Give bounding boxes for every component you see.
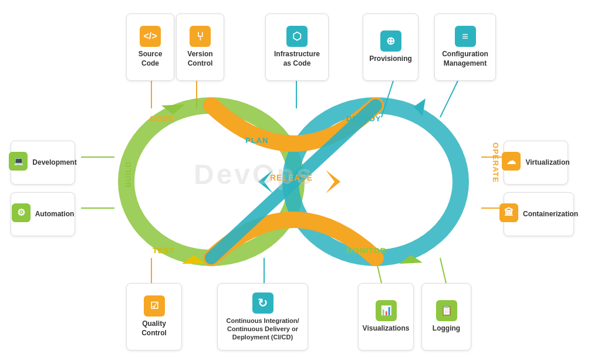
cicd-card: ↻ Continuous Integration/Continuous Deli…	[217, 283, 308, 351]
diagram-container: CODE BUILD TEST PLAN RELEASE DEPLOY OPER…	[0, 0, 601, 364]
automation-label: Automation	[35, 210, 75, 219]
watermark: DevOps	[194, 158, 314, 190]
quality-control-label: QualityControl	[141, 319, 167, 338]
logging-icon: 📋	[436, 300, 457, 321]
svg-marker-19	[326, 170, 340, 193]
config-mgmt-label: ConfigurationManagement	[442, 50, 488, 68]
virtualization-card: ☁ Virtualization	[504, 141, 568, 185]
cicd-label: Continuous Integration/Continuous Delive…	[226, 317, 299, 342]
phase-build-label: BUILD	[124, 161, 133, 188]
containerization-icon: 🏛	[499, 203, 518, 222]
phase-code-label: CODE	[150, 114, 174, 123]
phase-test-label: TEST	[153, 246, 174, 255]
config-mgmt-icon: ≡	[455, 26, 476, 47]
source-code-card: </> Source Code	[126, 13, 174, 81]
visualizations-label: Visualizations	[363, 324, 410, 334]
virtualization-icon: ☁	[502, 152, 521, 171]
svg-line-4	[440, 81, 458, 117]
version-control-icon: ⑂	[190, 26, 211, 47]
development-label: Development	[32, 158, 76, 168]
infrastructure-card: ⬡ Infrastructureas Code	[265, 13, 329, 81]
version-control-card: ⑂ VersionControl	[176, 13, 224, 81]
svg-line-10	[440, 258, 446, 283]
virtualization-label: Virtualization	[525, 158, 569, 168]
phase-plan-label: PLAN	[245, 136, 268, 145]
source-code-label: Source Code	[130, 50, 170, 68]
infrastructure-label: Infrastructureas Code	[274, 50, 320, 68]
provisioning-label: Provisioning	[369, 55, 412, 64]
containerization-label: Containerization	[523, 210, 578, 219]
source-code-icon: </>	[140, 26, 161, 47]
cicd-icon: ↻	[252, 292, 274, 314]
svg-point-14	[291, 106, 461, 258]
quality-control-card: ☑ QualityControl	[126, 283, 182, 351]
phase-monitor-label: MONITOR	[346, 246, 386, 255]
logging-card: 📋 Logging	[421, 283, 471, 351]
automation-card: ⚙ Automation	[11, 192, 75, 236]
visualizations-icon: 📊	[376, 300, 397, 321]
quality-control-icon: ☑	[144, 295, 165, 317]
provisioning-card: ⊕ Provisioning	[363, 13, 418, 81]
logging-label: Logging	[433, 324, 460, 334]
phase-operate-label: OPERATE	[491, 142, 500, 183]
development-icon: 💻	[9, 152, 28, 171]
phase-deploy-label: DEPLOY	[346, 114, 381, 123]
visualizations-card: 📊 Visualizations	[358, 283, 414, 351]
containerization-card: 🏛 Containerization	[504, 192, 574, 236]
provisioning-icon: ⊕	[380, 30, 401, 52]
development-card: 💻 Development	[11, 141, 75, 185]
version-control-label: VersionControl	[187, 50, 212, 68]
infrastructure-icon: ⬡	[286, 26, 308, 47]
config-mgmt-card: ≡ ConfigurationManagement	[434, 13, 496, 81]
automation-icon: ⚙	[12, 203, 31, 222]
